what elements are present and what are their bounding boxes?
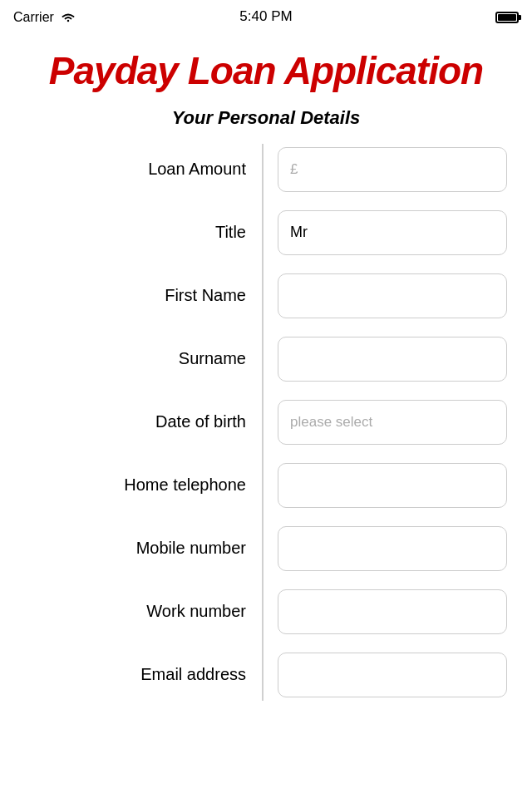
input-wrapper-mobile-number (266, 526, 507, 571)
form-row-email-address: Email address (25, 649, 507, 701)
input-title[interactable] (278, 210, 507, 255)
label-title: Title (25, 223, 266, 242)
status-carrier: Carrier (13, 10, 76, 25)
input-wrapper-first-name (266, 273, 507, 318)
input-wrapper-email-address (266, 653, 507, 697)
form-container: Loan AmountTitleFirst NameSurnameDate of… (0, 144, 532, 701)
label-home-telephone: Home telephone (25, 475, 266, 495)
form-row-mobile-number: Mobile number (25, 523, 507, 574)
input-first-name[interactable] (278, 273, 507, 318)
form-row-first-name: First Name (25, 270, 507, 322)
form-row-work-number: Work number (25, 586, 507, 638)
form-row-loan-amount: Loan Amount (25, 144, 507, 195)
input-wrapper-date-of-birth (266, 400, 507, 445)
input-home-telephone[interactable] (278, 463, 507, 508)
battery-container (495, 12, 519, 23)
app-title: Payday Loan Application (0, 35, 532, 101)
input-wrapper-surname (266, 337, 507, 382)
input-wrapper-title (266, 210, 507, 255)
status-time: 5:40 PM (239, 8, 292, 25)
label-date-of-birth: Date of birth (25, 412, 266, 431)
section-heading: Your Personal Details (0, 101, 532, 144)
input-wrapper-work-number (266, 589, 507, 634)
input-wrapper-home-telephone (266, 463, 507, 508)
form-area: Loan AmountTitleFirst NameSurnameDate of… (0, 144, 532, 701)
input-email-address[interactable] (278, 653, 507, 697)
form-row-surname: Surname (25, 333, 507, 385)
label-first-name: First Name (25, 286, 266, 305)
label-mobile-number: Mobile number (25, 539, 266, 558)
carrier-label: Carrier (13, 10, 54, 25)
form-row-title: Title (25, 207, 507, 259)
battery-fill (498, 14, 516, 21)
label-surname: Surname (25, 349, 266, 368)
input-mobile-number[interactable] (278, 526, 507, 571)
label-email-address: Email address (25, 665, 266, 684)
label-loan-amount: Loan Amount (25, 160, 266, 179)
input-date-of-birth[interactable] (278, 400, 507, 445)
input-wrapper-loan-amount (266, 147, 507, 192)
status-bar: Carrier 5:40 PM (0, 0, 532, 35)
label-work-number: Work number (25, 602, 266, 621)
input-loan-amount[interactable] (278, 147, 507, 192)
form-row-date-of-birth: Date of birth (25, 397, 507, 448)
battery-icon (495, 12, 519, 23)
input-work-number[interactable] (278, 589, 507, 634)
wifi-icon (61, 12, 76, 23)
form-row-home-telephone: Home telephone (25, 460, 507, 511)
input-surname[interactable] (278, 337, 507, 382)
